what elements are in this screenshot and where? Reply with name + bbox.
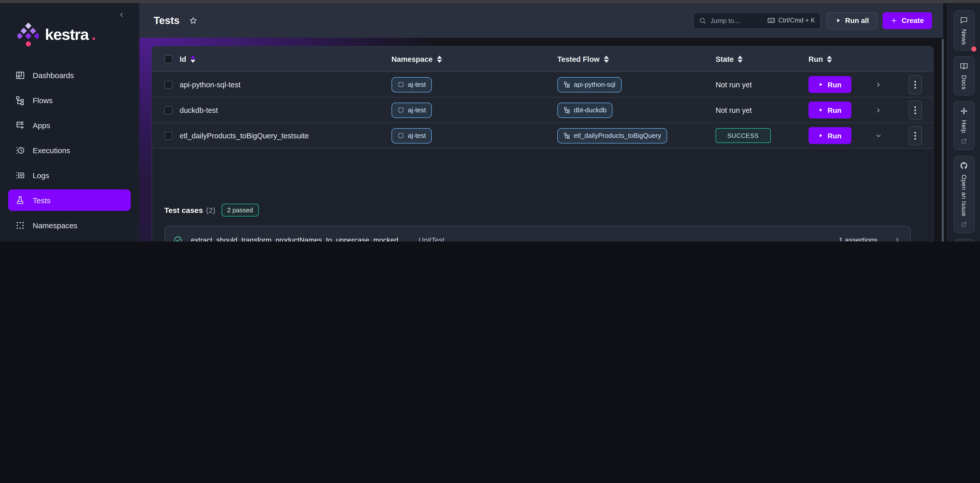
test-cases-title: Test cases — [164, 206, 203, 214]
row-checkbox[interactable] — [164, 80, 172, 89]
favorite-star-icon[interactable] — [189, 16, 197, 25]
slack-icon — [959, 107, 968, 115]
row-menu-button[interactable] — [908, 100, 922, 120]
open-issue-button[interactable]: Open an Issue — [953, 155, 975, 233]
expand-row-chevron-icon[interactable] — [859, 107, 897, 113]
run-button[interactable]: Run — [808, 127, 851, 144]
expand-row-chevron-icon[interactable] — [859, 81, 897, 88]
get-demo-button[interactable]: Get a demo — [953, 239, 975, 241]
namespace-badge[interactable]: aj-test — [391, 77, 432, 92]
kestra-logo-mark-icon — [18, 22, 39, 47]
tests-table-card: Id Namespace Tested Flow State Run — [151, 46, 934, 241]
sort-icons-flow[interactable] — [604, 56, 609, 62]
flask-icon — [15, 195, 25, 205]
brand-name: kestra — [45, 26, 89, 44]
window-chrome-strip — [0, 0, 980, 3]
docs-icon — [959, 62, 968, 70]
docs-button[interactable]: Docs — [953, 56, 975, 95]
table-header-row: Id Namespace Tested Flow State Run — [152, 46, 933, 72]
brand-dot: . — [92, 26, 96, 44]
search-placeholder: Jump to... — [710, 17, 763, 24]
test-case-card: extract_should_transform_productNames_to… — [164, 226, 911, 241]
test-id[interactable]: api-python-sql-test — [180, 80, 391, 89]
expand-case-chevron-icon[interactable] — [894, 236, 901, 241]
sidebar-item-flows[interactable]: Flows — [8, 89, 130, 111]
main-area: Tests Jump to... Ctrl/Cmd + K Run all Cr… — [139, 3, 943, 241]
sidebar-menu: Dashboards Flows Apps Executions Logs Te… — [0, 64, 139, 241]
sort-icons-state[interactable] — [738, 56, 743, 62]
notification-dot — [971, 46, 976, 51]
col-header-run[interactable]: Run — [808, 55, 823, 63]
flow-icon — [563, 107, 570, 113]
sidebar-item-dashboards[interactable]: Dashboards — [8, 64, 130, 86]
row-menu-button[interactable] — [908, 126, 922, 145]
row-menu-button[interactable] — [908, 75, 922, 94]
run-button[interactable]: Run — [808, 102, 851, 118]
test-cases-header: Test cases (2) 2 passed — [164, 204, 921, 217]
sidebar-item-tests[interactable]: Tests — [8, 190, 130, 211]
keyboard-icon — [767, 16, 775, 24]
page-content: Id Namespace Tested Flow State Run — [139, 38, 943, 241]
namespace-badge[interactable]: aj-test — [391, 128, 432, 143]
test-id[interactable]: duckdb-test — [180, 106, 391, 114]
run-button[interactable]: Run — [808, 76, 851, 93]
sidebar-collapse-button[interactable] — [116, 9, 127, 21]
create-button[interactable]: Create — [883, 12, 932, 29]
sort-icons-id[interactable] — [190, 56, 196, 62]
plus-icon — [891, 17, 897, 24]
page-header: Tests Jump to... Ctrl/Cmd + K Run all Cr… — [139, 3, 943, 38]
sidebar-item-apps[interactable]: Apps — [8, 114, 130, 136]
external-link-icon — [961, 221, 967, 228]
col-header-state[interactable]: State — [716, 55, 734, 63]
help-button[interactable]: Help — [953, 101, 975, 150]
table-row: duckdb-test aj-test dbt-duckdb Not run y… — [152, 97, 933, 123]
news-button[interactable]: News — [953, 10, 975, 51]
play-icon — [818, 107, 824, 113]
namespaces-icon — [15, 220, 25, 230]
search-shortcut: Ctrl/Cmd + K — [778, 17, 815, 24]
col-header-flow[interactable]: Tested Flow — [557, 55, 600, 63]
right-rail: News Docs Help Open an Issue Get a demo … — [947, 3, 980, 241]
passed-count-badge: 2 passed — [221, 204, 259, 217]
scrollbar-thumb[interactable] — [942, 39, 944, 241]
col-header-namespace[interactable]: Namespace — [391, 55, 433, 63]
jump-to-search[interactable]: Jump to... Ctrl/Cmd + K — [693, 12, 821, 29]
logs-icon — [15, 170, 25, 180]
flow-badge[interactable]: etl_dailyProducts_toBigQuery — [557, 128, 667, 143]
sidebar-item-kv-store[interactable]: KV Store — [8, 239, 130, 241]
test-case-header[interactable]: extract_should_transform_productNames_to… — [165, 226, 910, 241]
test-id[interactable]: etl_dailyProducts_toBigQuery_testsuite — [180, 131, 391, 140]
flow-badge[interactable]: api-python-sql — [557, 77, 621, 92]
sidebar-item-logs[interactable]: Logs — [8, 164, 130, 186]
chevron-left-icon — [118, 11, 125, 18]
assertions-count: 1 assertions — [839, 236, 877, 241]
flow-badge[interactable]: dbt-duckdb — [557, 102, 613, 118]
col-header-id[interactable]: Id — [180, 55, 186, 63]
select-all-checkbox[interactable] — [164, 55, 172, 63]
namespace-icon — [398, 132, 404, 139]
flow-icon — [563, 81, 570, 88]
test-case-type: UnitTest — [418, 236, 444, 241]
executions-icon — [15, 145, 25, 155]
sort-icons-run[interactable] — [827, 56, 832, 62]
namespace-badge[interactable]: aj-test — [391, 102, 432, 118]
left-sidebar: kestra. Dashboards Flows Apps Executions — [0, 3, 139, 241]
flows-icon — [15, 95, 25, 105]
github-icon — [959, 161, 968, 170]
external-link-icon — [961, 138, 967, 144]
dashboards-icon — [15, 70, 25, 80]
namespace-icon — [398, 107, 404, 113]
sidebar-item-namespaces[interactable]: Namespaces — [8, 214, 130, 236]
sidebar-item-executions[interactable]: Executions — [8, 139, 130, 161]
table-row: api-python-sql-test aj-test api-python-s… — [152, 72, 933, 97]
sort-icons-namespace[interactable] — [437, 56, 442, 62]
row-checkbox[interactable] — [164, 131, 172, 140]
collapse-row-chevron-icon[interactable] — [859, 132, 897, 139]
run-all-button[interactable]: Run all — [827, 12, 877, 29]
search-icon — [698, 17, 706, 24]
row-checkbox[interactable] — [164, 106, 172, 114]
state-success-badge: SUCCESS — [716, 128, 770, 143]
kestra-logo[interactable]: kestra. — [18, 22, 96, 47]
apps-icon — [15, 120, 25, 130]
test-cases-count: (2) — [206, 206, 215, 214]
